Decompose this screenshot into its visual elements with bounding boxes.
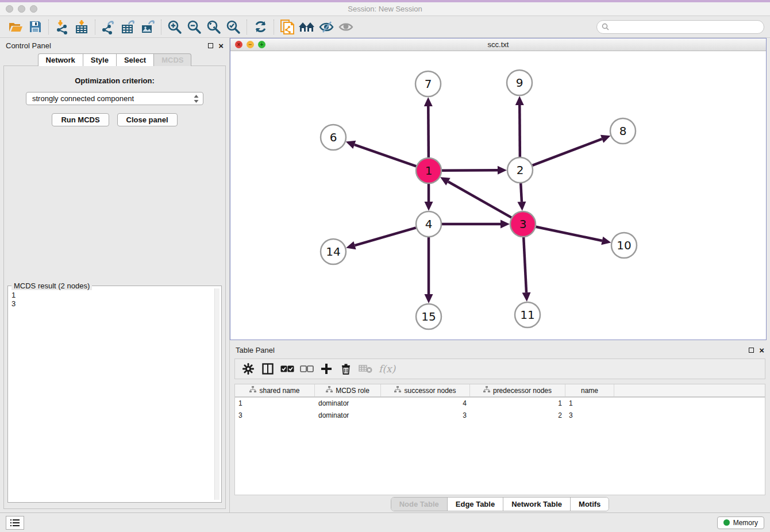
graph-edge-4-3[interactable] xyxy=(442,220,510,229)
memory-button[interactable]: Memory xyxy=(717,516,764,529)
task-history-button[interactable] xyxy=(6,516,24,530)
export-table-icon[interactable] xyxy=(118,18,138,36)
control-panel: Control Panel × NetworkStyleSelectMCDS O… xyxy=(0,38,230,512)
delete-column-icon[interactable] xyxy=(337,361,355,377)
clone-network-icon[interactable] xyxy=(278,18,297,36)
graph-node-4[interactable]: 4 xyxy=(416,211,441,237)
criterion-dropdown[interactable]: strongly connected component xyxy=(26,92,203,105)
tab-style[interactable]: Style xyxy=(83,53,117,66)
tab-node-table[interactable]: Node Table xyxy=(391,498,448,511)
graph-edge-2-3[interactable] xyxy=(517,183,526,211)
add-column-icon[interactable] xyxy=(318,361,335,377)
graph-edge-1-2[interactable] xyxy=(442,166,507,175)
mcds-result-title: MCDS result (2 nodes) xyxy=(11,282,92,290)
graph-edge-4-14[interactable] xyxy=(346,228,416,249)
select-all-checkboxes-icon[interactable] xyxy=(279,361,296,377)
table-cell: dominator xyxy=(315,398,381,409)
node-label: 10 xyxy=(617,238,631,252)
tab-motifs[interactable]: Motifs xyxy=(571,498,609,511)
run-mcds-button[interactable]: Run MCDS xyxy=(52,113,109,126)
graph-node-14[interactable]: 14 xyxy=(321,239,346,264)
network-maximize-icon[interactable]: + xyxy=(258,41,265,48)
import-network-icon[interactable] xyxy=(52,18,72,36)
import-table-icon[interactable] xyxy=(72,18,91,36)
tab-network-table[interactable]: Network Table xyxy=(503,498,571,511)
window-title: Session: New Session xyxy=(0,5,770,13)
table-row[interactable]: 3dominator323 xyxy=(235,410,765,422)
search-input[interactable] xyxy=(612,23,759,31)
graph-node-9[interactable]: 9 xyxy=(507,70,532,95)
column-view-icon[interactable] xyxy=(259,361,276,377)
open-session-icon[interactable] xyxy=(6,18,25,36)
result-scrollbar[interactable] xyxy=(214,288,220,500)
export-network-icon[interactable] xyxy=(99,18,118,36)
show-preview-icon[interactable] xyxy=(336,18,356,36)
graph-edge-4-15[interactable] xyxy=(425,237,433,303)
zoom-out-icon[interactable] xyxy=(184,18,204,36)
zoom-fit-icon[interactable] xyxy=(204,18,224,36)
network-close-icon[interactable]: × xyxy=(235,41,242,48)
control-panel-header: Control Panel × xyxy=(0,38,229,53)
graph-node-2[interactable]: 2 xyxy=(507,157,533,183)
delete-table-icon[interactable] xyxy=(357,361,374,377)
graph-edge-2-8[interactable] xyxy=(533,135,611,165)
graph-edge-2-9[interactable] xyxy=(515,96,524,157)
zoom-in-icon[interactable] xyxy=(165,18,184,36)
table-cell: 1 xyxy=(565,398,614,409)
graph-node-3[interactable]: 3 xyxy=(510,211,536,237)
graph-node-8[interactable]: 8 xyxy=(610,118,636,144)
graph-node-11[interactable]: 11 xyxy=(515,302,540,327)
toolbar-separator xyxy=(95,20,95,34)
table-panel-title: Table Panel xyxy=(236,346,275,354)
float-table-panel-icon[interactable] xyxy=(749,348,754,353)
graph-edge-1-4[interactable] xyxy=(425,184,433,211)
graph-edge-3-10[interactable] xyxy=(536,227,611,245)
close-panel-icon[interactable]: × xyxy=(218,41,224,50)
column-header-shared-name[interactable]: shared name xyxy=(235,384,315,396)
graph-edge-1-7[interactable] xyxy=(424,97,433,157)
graph-node-1[interactable]: 1 xyxy=(416,158,441,183)
toolbar-separator xyxy=(247,20,247,34)
column-tree-icon xyxy=(326,386,333,395)
table-row[interactable]: 1dominator411 xyxy=(235,398,765,410)
graph-node-7[interactable]: 7 xyxy=(415,71,441,97)
graph-edge-1-6[interactable] xyxy=(346,141,417,167)
node-label: 15 xyxy=(421,310,436,323)
workspace: × − + scc.txt 7968124314101511 Table Pan… xyxy=(230,38,770,512)
network-canvas[interactable]: 7968124314101511 xyxy=(230,51,766,340)
float-panel-icon[interactable] xyxy=(208,43,213,48)
hide-graphics-details-icon[interactable] xyxy=(317,18,336,36)
export-image-icon[interactable] xyxy=(138,18,157,36)
graph-node-6[interactable]: 6 xyxy=(321,125,346,150)
column-header-predecessor-nodes[interactable]: predecessor nodes xyxy=(470,384,565,396)
network-minimize-icon[interactable]: − xyxy=(247,41,254,48)
table-cell: 4 xyxy=(381,398,470,409)
settings-gear-icon[interactable] xyxy=(240,361,257,377)
tab-select[interactable]: Select xyxy=(117,53,154,66)
cytoscape-home-icon[interactable] xyxy=(297,18,317,36)
column-header-name[interactable]: name xyxy=(565,384,614,396)
mcds-result-text[interactable]: 1 3 xyxy=(11,291,213,501)
close-table-panel-icon[interactable]: × xyxy=(759,346,764,354)
function-builder-icon[interactable]: f(x) xyxy=(379,363,395,375)
tab-network[interactable]: Network xyxy=(38,53,83,66)
close-panel-button[interactable]: Close panel xyxy=(117,113,178,126)
network-window-titlebar[interactable]: × − + scc.txt xyxy=(230,38,766,51)
main-toolbar xyxy=(0,16,770,38)
network-graph[interactable]: 7968124314101511 xyxy=(230,51,766,340)
graph-edge-3-1[interactable] xyxy=(440,177,511,217)
column-header-successor-nodes[interactable]: successor nodes xyxy=(381,384,470,396)
tab-edge-table[interactable]: Edge Table xyxy=(448,498,503,511)
graph-edge-3-11[interactable] xyxy=(522,237,531,302)
search-box[interactable] xyxy=(596,20,764,34)
save-session-icon[interactable] xyxy=(25,18,45,36)
graph-node-10[interactable]: 10 xyxy=(611,233,637,258)
table-tabs: Node TableEdge TableNetwork TableMotifs xyxy=(391,497,610,511)
zoom-selected-icon[interactable] xyxy=(224,18,243,36)
application-window: Session: New Session xyxy=(0,0,770,532)
graph-node-15[interactable]: 15 xyxy=(416,304,441,329)
deselect-all-checkboxes-icon[interactable] xyxy=(298,361,315,377)
tab-mcds[interactable]: MCDS xyxy=(154,53,191,66)
refresh-network-icon[interactable] xyxy=(251,18,270,36)
column-header-mcds-role[interactable]: MCDS role xyxy=(315,384,381,396)
